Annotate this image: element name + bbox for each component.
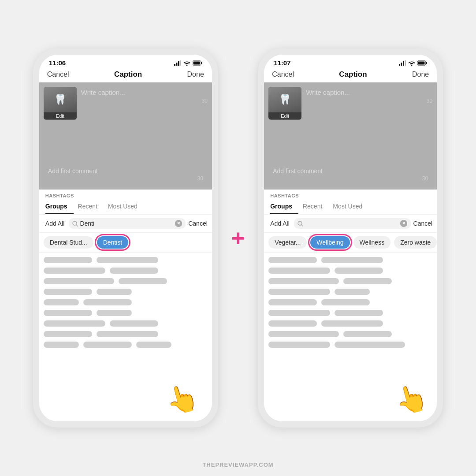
hashtag-label-2: HASHTAGS [264, 190, 437, 199]
hash-row [44, 331, 208, 337]
status-time-1: 11:06 [49, 59, 66, 67]
tab-most-used-1[interactable]: Most Used [108, 199, 144, 214]
phone-1: 11:06 Cancel Caption Done 🦷 [33, 48, 218, 428]
search-box-2[interactable]: ✕ [294, 218, 411, 229]
caption-comment-1[interactable]: Add first comment [44, 164, 208, 175]
chip-wellbeing-2[interactable]: Wellbeing [310, 236, 350, 249]
main-container: 11:06 Cancel Caption Done 🦷 [0, 48, 476, 428]
add-all-btn-2[interactable]: Add All [268, 220, 291, 227]
search-clear-1[interactable]: ✕ [175, 220, 182, 227]
hash-row [44, 299, 208, 305]
hash-row [268, 320, 432, 327]
hash-row [268, 289, 432, 295]
svg-rect-3 [180, 60, 181, 66]
caption-top-1: 🦷 Edit Write caption... 30 [44, 87, 208, 120]
signal-icon-1 [174, 60, 181, 66]
caption-body-2 [268, 120, 432, 164]
hash-row [268, 342, 432, 348]
caption-body-1 [44, 120, 208, 164]
chip-vegetar-2[interactable]: Vegetar... [268, 236, 307, 249]
tab-groups-1[interactable]: Groups [45, 199, 74, 214]
tab-recent-2[interactable]: Recent [303, 199, 328, 214]
edit-label-2[interactable]: Edit [268, 112, 301, 119]
hash-row [44, 320, 208, 327]
caption-comment-2[interactable]: Add first comment [268, 164, 432, 175]
hash-row [268, 310, 432, 316]
hashtag-tabs-1: Groups Recent Most Used [39, 199, 212, 215]
chip-dental-1[interactable]: Dental Stud... [44, 236, 93, 249]
tab-groups-2[interactable]: Groups [270, 199, 298, 214]
hashtag-section-2: HASHTAGS Groups Recent Most Used Add All… [264, 190, 437, 421]
comment-count-2: 30 [268, 175, 432, 185]
search-row-1: Add All Denti ✕ Cancel [39, 215, 212, 233]
teeth-icon-2: 🦷 [279, 94, 291, 105]
caption-top-2: 🦷 Edit Write caption... 30 [268, 87, 432, 120]
svg-rect-9 [399, 64, 400, 66]
hashtag-tabs-2: Groups Recent Most Used [264, 199, 437, 215]
add-all-btn-1[interactable]: Add All [44, 220, 67, 227]
status-icons-1 [174, 60, 202, 66]
svg-rect-6 [201, 62, 202, 64]
caption-thumb-2[interactable]: 🦷 Edit [268, 87, 301, 120]
tab-recent-1[interactable]: Recent [78, 199, 104, 214]
phone-1-screen: 11:06 Cancel Caption Done 🦷 [39, 55, 212, 421]
svg-rect-11 [403, 61, 404, 66]
caption-area-1: 🦷 Edit Write caption... 30 Add first com… [39, 82, 212, 190]
hash-row [44, 310, 208, 316]
tab-most-used-2[interactable]: Most Used [333, 199, 368, 214]
done-btn-2[interactable]: Done [412, 71, 429, 78]
caption-title-1: Caption [114, 70, 142, 79]
caption-thumb-1[interactable]: 🦷 Edit [44, 87, 77, 120]
search-row-2: Add All ✕ Cancel [264, 215, 437, 233]
svg-rect-2 [178, 61, 179, 66]
hashtag-list-2: 👆 [264, 253, 437, 421]
status-bar-1: 11:06 [39, 55, 212, 68]
svg-line-8 [76, 225, 78, 227]
finger-emoji-2: 👆 [392, 382, 431, 416]
svg-rect-12 [405, 60, 406, 66]
svg-rect-1 [176, 63, 177, 66]
chip-wellness-2[interactable]: Wellness [353, 236, 391, 249]
svg-rect-5 [193, 61, 200, 64]
finger-emoji-1: 👆 [163, 382, 201, 416]
chip-zerowaste-2[interactable]: Zero waste [394, 236, 437, 249]
caption-placeholder-1[interactable]: Write caption... [81, 87, 208, 96]
search-input-1[interactable]: Denti [80, 220, 173, 227]
done-btn-1[interactable]: Done [187, 71, 204, 78]
search-cancel-1[interactable]: Cancel [188, 220, 208, 227]
thumb-img-2: 🦷 [268, 87, 301, 112]
footer-text: THEPREVIEWAPP.COM [0, 461, 476, 468]
hash-row [268, 299, 432, 305]
cancel-btn-2[interactable]: Cancel [272, 71, 294, 78]
svg-rect-0 [174, 64, 175, 66]
search-clear-2[interactable]: ✕ [400, 220, 407, 227]
hash-row [44, 268, 208, 274]
caption-placeholder-2[interactable]: Write caption... [306, 87, 432, 96]
caption-title-2: Caption [339, 70, 367, 79]
plus-icon: + [231, 227, 245, 249]
svg-rect-14 [418, 61, 425, 64]
search-icon-1 [72, 221, 78, 227]
battery-icon-1 [193, 60, 202, 66]
chip-dentist-1[interactable]: Dentist [97, 236, 129, 249]
svg-point-16 [298, 221, 302, 225]
svg-rect-10 [401, 63, 402, 66]
hash-row [44, 289, 208, 295]
cancel-btn-1[interactable]: Cancel [47, 71, 69, 78]
caption-char-count-2: 30 [427, 98, 432, 104]
search-box-1[interactable]: Denti ✕ [69, 218, 186, 229]
hash-row [268, 278, 432, 284]
teeth-icon-1: 🦷 [54, 94, 66, 105]
wifi-icon-1 [183, 60, 190, 66]
svg-line-17 [301, 225, 303, 227]
hash-row [44, 257, 208, 263]
phone-2-screen: 11:07 Cancel Caption Done 🦷 [264, 55, 437, 421]
hash-row [268, 331, 432, 337]
edit-label-1[interactable]: Edit [44, 112, 77, 119]
signal-icon-2 [399, 60, 406, 66]
thumb-img-1: 🦷 [44, 87, 77, 112]
search-icon-2 [298, 221, 303, 227]
search-cancel-2[interactable]: Cancel [413, 220, 433, 227]
svg-rect-15 [426, 62, 427, 64]
hashtag-list-1: 👆 [39, 253, 212, 421]
